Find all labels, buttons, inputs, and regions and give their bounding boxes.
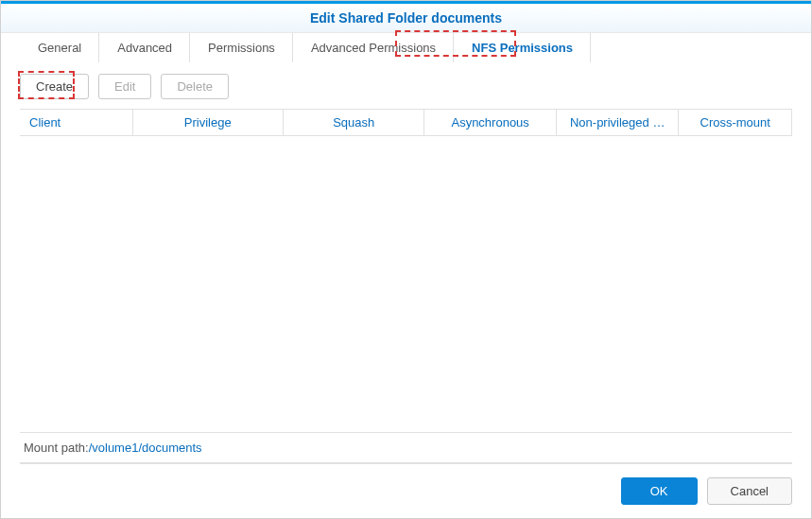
tab-advanced-permissions[interactable]: Advanced Permissions <box>293 32 454 62</box>
tab-general[interactable]: General <box>20 32 99 62</box>
dialog-title: Edit Shared Folder documents <box>1 1 811 33</box>
tab-permissions[interactable]: Permissions <box>190 32 293 62</box>
mount-path-label: Mount path: <box>24 441 89 455</box>
cancel-button[interactable]: Cancel <box>707 477 792 505</box>
tab-advanced[interactable]: Advanced <box>99 32 190 62</box>
col-header-asynchronous[interactable]: Asynchronous <box>424 110 556 135</box>
edit-button[interactable]: Edit <box>98 74 151 99</box>
create-button[interactable]: Create <box>20 74 89 99</box>
dialog-footer: OK Cancel <box>20 463 792 518</box>
col-header-nonprivileged[interactable]: Non-privileged … <box>557 110 680 135</box>
table-header-row: Client Privilege Squash Asynchronous Non… <box>20 110 792 136</box>
nfs-rules-table: Client Privilege Squash Asynchronous Non… <box>20 109 792 433</box>
col-header-privilege[interactable]: Privilege <box>133 110 284 135</box>
dialog-window: Edit Shared Folder documents General Adv… <box>0 0 812 519</box>
mount-path-row: Mount path:/volume1/documents <box>20 433 792 463</box>
delete-button[interactable]: Delete <box>161 74 229 99</box>
mount-path-value: /volume1/documents <box>89 441 202 455</box>
tab-bar: General Advanced Permissions Advanced Pe… <box>1 32 811 62</box>
col-header-squash[interactable]: Squash <box>284 110 424 135</box>
tab-nfs-permissions[interactable]: NFS Permissions <box>454 32 591 62</box>
ok-button[interactable]: OK <box>621 477 698 505</box>
col-header-crossmount[interactable]: Cross-mount <box>679 110 792 135</box>
col-header-client[interactable]: Client <box>20 110 133 135</box>
table-body-empty <box>20 136 792 420</box>
toolbar: Create Edit Delete <box>1 62 811 109</box>
